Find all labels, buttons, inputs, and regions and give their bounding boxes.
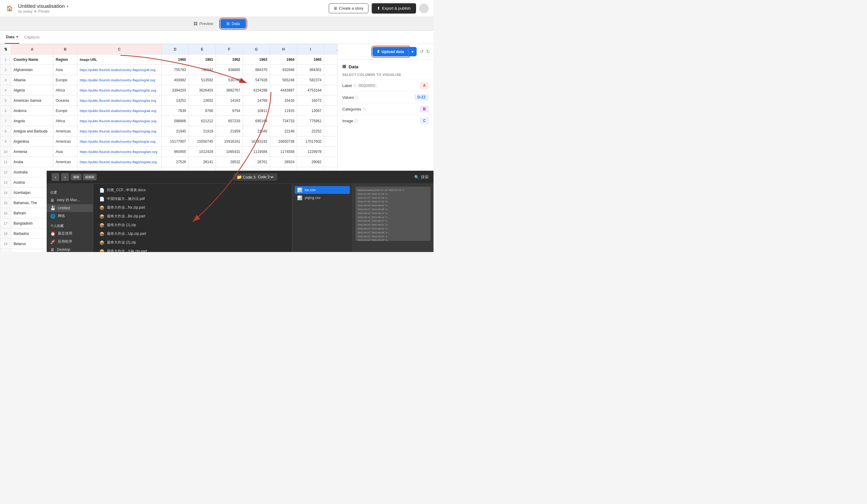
cell-region[interactable]: Asia (53, 147, 77, 157)
col-header-c[interactable]: C (77, 44, 162, 54)
cell-f[interactable]: 9754 (216, 106, 243, 116)
col-header-e[interactable]: E (189, 44, 216, 54)
export-publish-button[interactable]: ⬆ Export & publish (372, 3, 416, 13)
cell-d[interactable]: 27526 (162, 157, 189, 167)
cell-i[interactable]: 984301 (297, 65, 324, 75)
cell-region[interactable]: Africa (53, 85, 77, 95)
image-column-badge[interactable]: C (420, 117, 429, 124)
data-tab-active[interactable]: Data ▾ (5, 31, 19, 44)
cell-d[interactable]: 755783 (162, 65, 189, 75)
cell-country[interactable]: American Samoa (11, 95, 53, 106)
cell-g[interactable]: 547928 (243, 75, 270, 85)
cell-j[interactable]: 50415 (324, 85, 338, 95)
cell-j[interactable]: 16721 (324, 95, 338, 106)
file-item-2[interactable]: 📦 最终大作业...Nx.zip.part (97, 204, 288, 212)
cell-h[interactable]: 22149 (270, 126, 297, 136)
cell-f[interactable]: 21959 (216, 126, 243, 136)
col-header-g[interactable]: G (243, 44, 270, 54)
cell-url[interactable]: https://public.flourish.studio/country-f… (77, 85, 162, 95)
fm-grid-view-button[interactable]: ⊞⊞⊞ (83, 174, 97, 180)
cell-url[interactable]: https://public.flourish.studio/country-f… (77, 95, 162, 106)
col-header-a[interactable]: A (11, 44, 53, 54)
cell-f[interactable]: 28532 (216, 157, 243, 167)
tab-data[interactable]: ⊞ Data (220, 19, 246, 28)
create-story-button[interactable]: ⊞ Create a story (329, 3, 369, 13)
cell-region[interactable]: Asia (53, 65, 77, 75)
data-dropdown-icon[interactable]: ▾ (16, 35, 18, 39)
cell-e[interactable]: 796042 (189, 65, 216, 75)
cell-h[interactable]: 16650738 (270, 136, 297, 147)
cell-i[interactable]: 1229978 (297, 147, 324, 157)
cell-i[interactable]: 775861 (297, 116, 324, 126)
file-item-6[interactable]: 📦 最终大作业 (2).zip (97, 238, 288, 247)
cell-e[interactable]: 15550745 (189, 136, 216, 147)
col-header-b[interactable]: B (53, 44, 77, 54)
cell-j[interactable]: 29253 (324, 157, 338, 167)
cell-country[interactable]: Argentina (11, 136, 53, 147)
cell-e[interactable]: 513592 (189, 75, 216, 85)
cell-i[interactable]: 17017602 (297, 136, 324, 147)
cell-url[interactable]: https://public.flourish.studio/country-f… (77, 116, 162, 126)
fm-item-mac[interactable]: 🖥 easy 的 Mac... (47, 196, 93, 204)
fm-item-recent[interactable]: ⏰ 最近使用 (47, 229, 93, 237)
cell-country[interactable]: Antigua and Barbuda (11, 126, 53, 136)
cell-g[interactable]: 10811 (243, 106, 270, 116)
cell-j[interactable]: 10388 (324, 65, 338, 75)
tab-preview[interactable]: 🖼 Preview (188, 19, 219, 28)
cell-country[interactable]: Albania (11, 75, 53, 85)
cell-g[interactable]: 695164 (243, 116, 270, 126)
cell-h[interactable]: 734733 (270, 116, 297, 126)
cell-country[interactable]: Algeria (11, 85, 53, 95)
cell-i[interactable]: 16072 (297, 95, 324, 106)
cell-g[interactable]: 22045 (243, 126, 270, 136)
cell-region[interactable]: Americas (53, 157, 77, 167)
cell-e[interactable]: 21919 (189, 126, 216, 136)
fm-item-untitled[interactable]: 💾 Untitled (47, 204, 93, 212)
cell-j[interactable]: 22349 (324, 126, 338, 136)
cell-d[interactable]: 3394203 (162, 85, 189, 95)
cell-g[interactable]: 28761 (243, 157, 270, 167)
cell-d[interactable]: 960955 (162, 147, 189, 157)
cell-j[interactable]: 14262 (324, 106, 338, 116)
document-title[interactable]: Untitled visualisation ▾ (18, 3, 68, 9)
file-item-3[interactable]: 📦 最终大作业...Be.zip.part (97, 212, 288, 221)
home-button[interactable]: 🏠 (5, 4, 14, 13)
cell-i[interactable]: 29082 (297, 157, 324, 167)
cell-h[interactable]: 1174558 (270, 147, 297, 157)
cell-url[interactable]: https://public.flourish.studio/country-f… (77, 157, 162, 167)
title-chevron-icon[interactable]: ▾ (66, 4, 68, 9)
cell-url[interactable]: https://public.flourish.studio/country-f… (77, 106, 162, 116)
fm-yiqing-csv[interactable]: 📊 yiqing.csv (295, 194, 350, 202)
fm-breadcrumb-select[interactable]: Code 3 (257, 175, 274, 180)
cell-j[interactable]: 17383 (324, 136, 338, 147)
cell-e[interactable]: 1012429 (189, 147, 216, 157)
cell-f[interactable]: 15916161 (216, 136, 243, 147)
cell-h[interactable]: 565248 (270, 75, 297, 85)
cell-j[interactable]: 12855 (324, 147, 338, 157)
fm-back-button[interactable]: ‹ (52, 173, 59, 181)
cell-i[interactable]: 4753164 (297, 85, 324, 95)
col-header-h[interactable]: H (270, 44, 297, 54)
cell-j[interactable]: 59932 (324, 75, 338, 85)
cell-h[interactable]: 4443887 (270, 85, 297, 95)
cell-i[interactable]: 13067 (297, 106, 324, 116)
cell-region[interactable]: Oceania (53, 95, 77, 106)
cell-j[interactable]: 81806 (324, 116, 338, 126)
cell-url[interactable]: https://public.flourish.studio/country-f… (77, 75, 162, 85)
upload-data-button[interactable]: ⬆ Upload data (372, 47, 408, 56)
cell-h[interactable]: 28924 (270, 157, 297, 167)
cell-region[interactable]: Europe (53, 106, 77, 116)
col-header-i[interactable]: I (297, 44, 324, 54)
cell-url[interactable]: https://public.flourish.studio/country-f… (77, 136, 162, 147)
cell-g[interactable]: 16283191 (243, 136, 270, 147)
file-item-7[interactable]: 📦 最终大作业...Y4k.zip.part (97, 247, 288, 252)
col-header-d[interactable]: D (162, 44, 189, 54)
cell-e[interactable]: 3626403 (189, 85, 216, 95)
cell-url[interactable]: https://public.flourish.studio/country-f… (77, 147, 162, 157)
cell-e[interactable]: 28141 (189, 157, 216, 167)
label-column-badge[interactable]: A (420, 82, 429, 89)
fm-loc-csv[interactable]: 📊 loc.csv (295, 186, 350, 194)
cell-i[interactable]: 582374 (297, 75, 324, 85)
cell-f[interactable]: 1065431 (216, 147, 243, 157)
cell-country[interactable]: Aruba (11, 157, 53, 167)
